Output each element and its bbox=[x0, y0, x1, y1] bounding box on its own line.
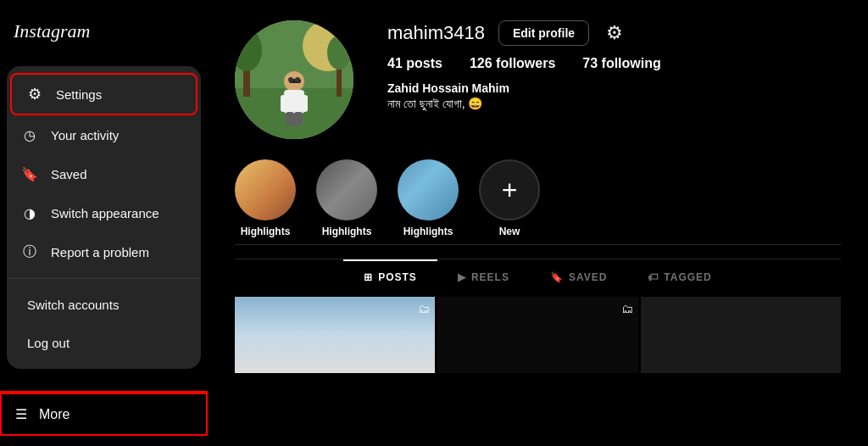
edit-profile-button[interactable]: Edit profile bbox=[498, 20, 589, 46]
appearance-label: Switch appearance bbox=[51, 206, 159, 220]
posts-stat: 41 posts bbox=[387, 56, 442, 71]
sidebar-bottom: ☰ More bbox=[0, 391, 208, 436]
post-item-1[interactable]: 🗂 bbox=[235, 297, 435, 373]
reels-tab-label: Reels bbox=[471, 271, 509, 283]
sidebar-item-activity[interactable]: ◷ Your activity bbox=[7, 115, 201, 154]
more-label: More bbox=[39, 407, 70, 422]
highlight-1[interactable]: Highlights bbox=[235, 159, 296, 237]
bio-text: নাম তো ছুনাই যোগা, 😄 bbox=[387, 97, 841, 111]
svg-point-14 bbox=[288, 77, 293, 82]
stats-row: 41 posts 126 followers 73 following bbox=[387, 56, 841, 71]
post-2-overlay-icon: 🗂 bbox=[621, 302, 633, 315]
posts-tab-label: Posts bbox=[378, 271, 417, 283]
sidebar-item-saved[interactable]: 🔖 Saved bbox=[7, 154, 201, 193]
menu-divider bbox=[7, 278, 201, 279]
highlight-label-3: Highlights bbox=[403, 226, 453, 237]
avatar-image bbox=[235, 20, 353, 139]
tabs-row: ⊞ Posts ▶ Reels 🔖 Saved 🏷 Tagged bbox=[235, 259, 841, 293]
tab-saved[interactable]: 🔖 Saved bbox=[530, 259, 627, 293]
highlight-label-1: Highlights bbox=[241, 226, 291, 237]
username: mahim3418 bbox=[387, 22, 485, 44]
bio-name: Zahid Hossain Mahim bbox=[387, 81, 841, 95]
highlight-circle-1 bbox=[235, 159, 296, 220]
main-content: mahim3418 Edit profile ⚙ 41 posts 126 fo… bbox=[208, 0, 868, 446]
instagram-logo: Instagram bbox=[0, 10, 208, 59]
bio-section: Zahid Hossain Mahim নাম তো ছুনাই যোগা, 😄 bbox=[387, 81, 841, 111]
activity-icon: ◷ bbox=[20, 125, 39, 144]
tagged-tab-label: Tagged bbox=[664, 271, 711, 283]
saved-label: Saved bbox=[51, 167, 87, 181]
settings-gear-icon[interactable]: ⚙ bbox=[603, 21, 626, 45]
saved-tab-icon: 🔖 bbox=[550, 271, 564, 283]
highlight-label-new: New bbox=[499, 226, 520, 237]
sidebar-item-appearance[interactable]: ◑ Switch appearance bbox=[7, 193, 201, 232]
sidebar-menu: ⚙ Settings ◷ Your activity 🔖 Saved ◑ Swi… bbox=[0, 59, 208, 391]
highlight-3[interactable]: Highlights bbox=[398, 159, 459, 237]
tab-posts[interactable]: ⊞ Posts bbox=[343, 259, 437, 293]
svg-rect-9 bbox=[281, 95, 291, 112]
svg-rect-10 bbox=[298, 95, 308, 112]
post-item-3[interactable] bbox=[641, 297, 841, 373]
profile-top-row: mahim3418 Edit profile ⚙ bbox=[387, 20, 841, 46]
sidebar-item-report[interactable]: ⓘ Report a problem bbox=[7, 232, 201, 271]
profile-info: mahim3418 Edit profile ⚙ 41 posts 126 fo… bbox=[387, 20, 841, 139]
switch-accounts-button[interactable]: Switch accounts bbox=[7, 286, 201, 324]
tab-reels[interactable]: ▶ Reels bbox=[437, 259, 530, 293]
followers-stat[interactable]: 126 followers bbox=[470, 56, 555, 71]
posts-tab-icon: ⊞ bbox=[364, 271, 373, 283]
post-item-2[interactable]: 🗂 bbox=[437, 297, 637, 373]
highlight-label-2: Highlights bbox=[322, 226, 372, 237]
svg-rect-12 bbox=[294, 112, 303, 125]
highlight-circle-new: + bbox=[479, 159, 540, 220]
highlight-2[interactable]: Highlights bbox=[316, 159, 377, 237]
saved-tab-label: Saved bbox=[569, 271, 607, 283]
avatar-svg bbox=[235, 20, 353, 139]
sidebar: Instagram ⚙ Settings ◷ Your activity 🔖 S… bbox=[0, 0, 208, 446]
highlight-circle-3 bbox=[398, 159, 459, 220]
report-label: Report a problem bbox=[51, 245, 149, 259]
settings-label: Settings bbox=[56, 87, 102, 102]
svg-point-6 bbox=[327, 36, 351, 70]
svg-point-15 bbox=[295, 77, 300, 82]
report-icon: ⓘ bbox=[20, 243, 39, 261]
highlights-section: Highlights Highlights Highlights + New bbox=[235, 159, 841, 245]
settings-icon: ⚙ bbox=[25, 85, 44, 103]
log-out-button[interactable]: Log out bbox=[7, 324, 201, 362]
tagged-tab-icon: 🏷 bbox=[648, 271, 659, 283]
posts-grid: 🗂 🗂 bbox=[235, 297, 841, 446]
activity-label: Your activity bbox=[51, 128, 119, 142]
following-stat[interactable]: 73 following bbox=[582, 56, 660, 71]
sidebar-item-settings[interactable]: ⚙ Settings bbox=[10, 73, 198, 115]
appearance-icon: ◑ bbox=[20, 203, 39, 222]
menu-popup: ⚙ Settings ◷ Your activity 🔖 Saved ◑ Swi… bbox=[7, 66, 201, 369]
post-1-overlay-icon: 🗂 bbox=[418, 302, 430, 315]
saved-icon: 🔖 bbox=[20, 164, 39, 183]
reels-tab-icon: ▶ bbox=[458, 271, 466, 283]
more-icon: ☰ bbox=[15, 406, 27, 422]
svg-rect-11 bbox=[286, 112, 294, 125]
more-button[interactable]: ☰ More bbox=[0, 393, 208, 436]
tab-tagged[interactable]: 🏷 Tagged bbox=[627, 259, 732, 293]
profile-avatar bbox=[235, 20, 353, 139]
highlight-new[interactable]: + New bbox=[479, 159, 540, 237]
highlight-circle-2 bbox=[316, 159, 377, 220]
profile-section: mahim3418 Edit profile ⚙ 41 posts 126 fo… bbox=[235, 20, 841, 139]
